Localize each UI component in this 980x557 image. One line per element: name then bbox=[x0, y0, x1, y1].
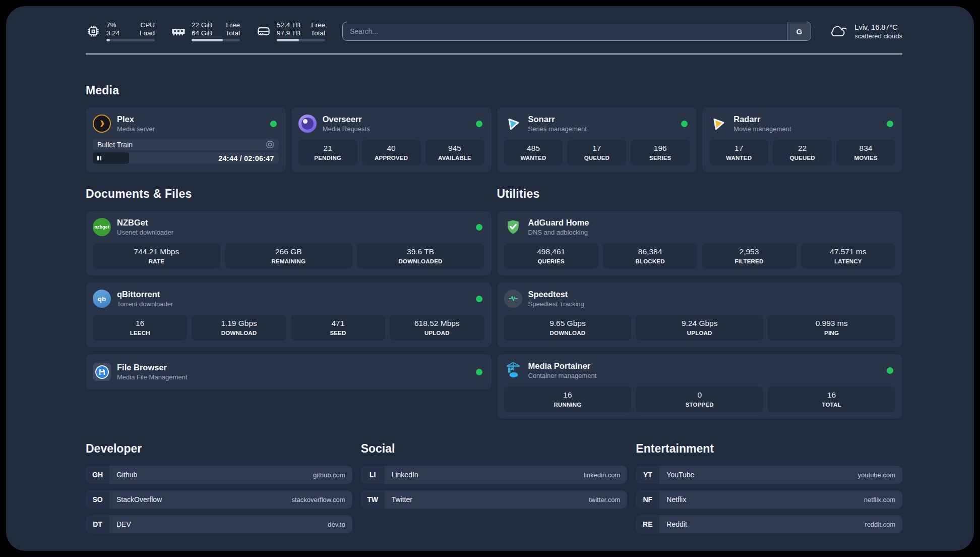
stat-value: 0 bbox=[638, 391, 761, 400]
stat-tile: 21PENDING bbox=[298, 140, 357, 165]
bookmark-reddit[interactable]: RE Redditreddit.com bbox=[636, 515, 902, 533]
stat-tile: 1.19 GbpsDOWNLOAD bbox=[192, 315, 286, 341]
weather-condition: scattered clouds bbox=[854, 32, 902, 40]
bookmark-url: dev.to bbox=[328, 521, 345, 528]
stat-label: AVAILABLE bbox=[427, 155, 482, 161]
bookmark-linkedin[interactable]: LI LinkedInlinkedin.com bbox=[361, 466, 628, 484]
adguard-stats: 498,461QUERIES 86,384BLOCKED 2,953FILTER… bbox=[504, 243, 896, 269]
stat-label: LATENCY bbox=[803, 258, 893, 264]
topbar-divider bbox=[86, 53, 902, 54]
utilities-section: Utilities AdGuard Home DNS and adblockin… bbox=[497, 187, 903, 419]
nzbget-logo-icon: nzbget bbox=[93, 218, 111, 236]
stat-value: 1.19 Gbps bbox=[194, 319, 284, 328]
filebrowser-titles: File Browser Media File Management bbox=[117, 363, 187, 381]
app-name: Sonarr bbox=[528, 115, 587, 124]
cpu-progress-track bbox=[106, 39, 155, 41]
now-playing-title: Bullet Train bbox=[97, 141, 133, 149]
stat-value: 22 bbox=[775, 144, 830, 153]
bookmark-dev[interactable]: DT DEVdev.to bbox=[86, 515, 352, 533]
qbittorrent-card-header: qb qBittorrent Torrent downloader bbox=[93, 289, 484, 308]
app-subtitle: Media server bbox=[117, 125, 155, 133]
portainer-card[interactable]: Media Portainer Container management 16R… bbox=[497, 354, 903, 419]
bookmark-abbr: SO bbox=[86, 490, 109, 509]
bookmark-github[interactable]: GH Githubgithub.com bbox=[86, 466, 352, 484]
sonarr-card[interactable]: Sonarr Series management 485WANTED 17QUE… bbox=[497, 107, 697, 172]
memory-stat-body: 22 GiB64 GiB FreeTotal bbox=[192, 21, 240, 42]
cpu-load-value: 3.24 bbox=[106, 29, 119, 37]
radarr-card[interactable]: Radarr Movie management 17WANTED 22QUEUE… bbox=[702, 107, 902, 172]
app-subtitle: Torrent downloader bbox=[117, 300, 173, 308]
playback-progress-fill bbox=[93, 152, 129, 164]
bookmark-url: reddit.com bbox=[865, 521, 895, 528]
app-name: NZBGet bbox=[117, 218, 173, 228]
weather-location-temp: Lviv, 16.87°C bbox=[854, 23, 902, 31]
stat-label: REMAINING bbox=[227, 258, 350, 264]
entertainment-section-title: Entertainment bbox=[636, 442, 902, 456]
stat-label: PING bbox=[770, 330, 893, 336]
bookmark-name: StackOverflow bbox=[116, 495, 162, 504]
qbittorrent-logo-icon: qb bbox=[93, 290, 111, 308]
overseerr-card[interactable]: Overseerr Media Requests 21PENDING 40APP… bbox=[291, 107, 492, 172]
pause-icon[interactable] bbox=[97, 156, 101, 160]
bookmark-abbr: TW bbox=[361, 490, 385, 509]
stat-label: WANTED bbox=[506, 155, 561, 161]
stat-tile: 0.993 msPING bbox=[768, 315, 895, 341]
radarr-logo-icon bbox=[709, 115, 727, 133]
overseerr-stats: 21PENDING 40APPROVED 945AVAILABLE bbox=[298, 140, 484, 165]
bookmark-name: DEV bbox=[116, 520, 131, 528]
hard-drive-icon bbox=[256, 24, 271, 39]
documents-section-title: Documents & Files bbox=[86, 187, 492, 201]
playback-time: 24:44 / 02:06:47 bbox=[218, 152, 274, 164]
plex-card[interactable]: Plex Media server Bullet Train bbox=[86, 107, 286, 172]
bookmark-abbr: GH bbox=[86, 466, 109, 484]
stat-value: 498,461 bbox=[506, 247, 596, 256]
search-engine-button[interactable]: G bbox=[787, 22, 811, 40]
disk-progress-track bbox=[277, 39, 325, 41]
ram-icon bbox=[171, 24, 186, 39]
app-name: Speedtest bbox=[528, 290, 584, 299]
speedtest-card[interactable]: Speedtest Speedtest Tracking 9.65 GbpsDO… bbox=[497, 283, 903, 347]
stat-value: 17 bbox=[711, 144, 766, 153]
stat-label: QUERIES bbox=[506, 258, 596, 264]
filebrowser-logo-icon bbox=[93, 363, 111, 381]
plex-logo-icon bbox=[93, 115, 111, 133]
qbittorrent-titles: qBittorrent Torrent downloader bbox=[117, 290, 173, 308]
qbittorrent-card[interactable]: qb qBittorrent Torrent downloader 16LEEC… bbox=[86, 283, 492, 347]
stat-value: 16 bbox=[95, 319, 185, 328]
status-dot bbox=[887, 367, 893, 374]
nzbget-card[interactable]: nzbget NZBGet Usenet downloader 744.21 M… bbox=[86, 211, 492, 275]
stat-value: 744.21 Mbps bbox=[95, 247, 218, 256]
bookmark-name: Github bbox=[116, 471, 137, 479]
disk-progress-fill bbox=[277, 39, 299, 41]
search-input[interactable] bbox=[343, 22, 787, 40]
stat-tile: 9.65 GbpsDOWNLOAD bbox=[504, 315, 632, 341]
stat-tile: 266 GBREMAINING bbox=[225, 243, 352, 269]
bookmark-twitter[interactable]: TW Twittertwitter.com bbox=[361, 490, 628, 509]
bookmark-stackoverflow[interactable]: SO StackOverflowstackoverflow.com bbox=[86, 490, 352, 509]
stat-tile: 86,384BLOCKED bbox=[603, 243, 697, 269]
stat-tile: 744.21 MbpsRATE bbox=[93, 243, 220, 269]
stat-value: 40 bbox=[364, 144, 419, 153]
filebrowser-card[interactable]: File Browser Media File Management bbox=[86, 354, 492, 389]
stat-value: 2,953 bbox=[704, 247, 794, 256]
app-subtitle: DNS and adblocking bbox=[528, 229, 589, 236]
app-subtitle: Usenet downloader bbox=[117, 229, 173, 236]
nzbget-card-header: nzbget NZBGet Usenet downloader bbox=[93, 217, 484, 237]
memory-label-2: Total bbox=[225, 29, 240, 37]
stat-value: 266 GB bbox=[227, 247, 350, 256]
stat-label: DOWNLOADED bbox=[359, 258, 482, 264]
bookmark-youtube[interactable]: YT YouTubeyoutube.com bbox=[636, 466, 902, 484]
stat-value: 86,384 bbox=[605, 247, 695, 256]
stat-label: UPLOAD bbox=[638, 330, 761, 336]
weather-widget[interactable]: Lviv, 16.87°C scattered clouds bbox=[828, 23, 902, 40]
stat-label: SERIES bbox=[633, 155, 688, 161]
bookmark-netflix[interactable]: NF Netflixnetflix.com bbox=[636, 490, 902, 509]
adguard-card[interactable]: AdGuard Home DNS and adblocking 498,461Q… bbox=[497, 211, 903, 275]
adguard-titles: AdGuard Home DNS and adblocking bbox=[528, 218, 589, 236]
stat-tile: 471SEED bbox=[291, 315, 385, 341]
app-name: Radarr bbox=[733, 115, 791, 124]
stat-label: PENDING bbox=[300, 155, 355, 161]
portainer-stats: 16RUNNING 0STOPPED 16TOTAL bbox=[504, 386, 896, 412]
stat-label: UPLOAD bbox=[392, 330, 482, 336]
speedtest-logo-icon bbox=[504, 290, 522, 308]
